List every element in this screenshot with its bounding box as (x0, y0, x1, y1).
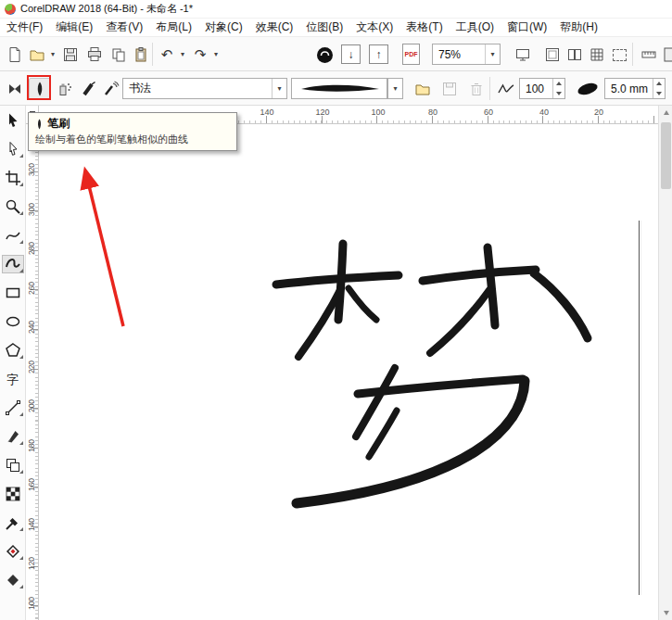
text-tool[interactable]: 字 (3, 371, 23, 387)
page-sorter-view-button[interactable] (564, 44, 586, 66)
calligraphic-mode-button[interactable] (78, 78, 100, 100)
tooltip-title: 笔刷 (47, 116, 70, 132)
save-button[interactable] (59, 44, 82, 66)
ruler-label: 140 (260, 108, 273, 117)
ellipse-tool[interactable] (3, 313, 23, 330)
shape-tool[interactable] (3, 141, 23, 158)
open-dropdown-caret[interactable]: ▾ (46, 44, 59, 66)
menu-object[interactable]: 对象(C) (198, 18, 249, 37)
ruler-label: 20 (594, 108, 603, 117)
eyedropper-tool[interactable] (3, 514, 23, 531)
redo-button[interactable]: ↷ (189, 44, 211, 66)
brush-stroke-preview-icon (296, 81, 385, 97)
outline-pen-tool[interactable] (3, 543, 23, 560)
pressure-mode-button[interactable] (100, 78, 122, 100)
ruler-label: 220 (27, 359, 36, 375)
smoothing-stepper[interactable] (552, 79, 564, 98)
export-button[interactable]: ↑ (369, 44, 388, 64)
trash-icon (468, 81, 485, 97)
show-page-border-button[interactable] (541, 44, 564, 66)
smoothing-value: 100 (520, 82, 552, 95)
menu-edit[interactable]: 编辑(E) (49, 18, 99, 37)
undo-dropdown-caret[interactable]: ▾ (176, 44, 189, 66)
import-button[interactable]: ↓ (341, 44, 361, 64)
save-stroke-floppy-icon (441, 81, 458, 97)
stroke-width-input[interactable]: 5.0 mm (604, 78, 666, 99)
pick-tool[interactable] (3, 112, 23, 129)
paste-button[interactable] (130, 44, 152, 66)
brush-category-value: 书法 (123, 81, 272, 96)
vertical-scrollbar[interactable] (658, 106, 672, 620)
graph-paper-tool[interactable] (3, 457, 23, 474)
brush-mode-button[interactable] (29, 78, 51, 100)
parallel-dimension-tool[interactable] (3, 399, 23, 416)
menu-text[interactable]: 文本(X) (349, 18, 399, 37)
clipped-toolbar-button[interactable] (660, 44, 672, 66)
tooltip: 笔刷 绘制与着色的笔刷笔触相似的曲线 (28, 112, 237, 151)
import-arrow-icon: ↓ (349, 48, 354, 61)
polygon-tool[interactable] (3, 342, 23, 359)
new-document-button[interactable] (4, 44, 26, 66)
open-button[interactable] (26, 44, 48, 66)
freehand-tool[interactable] (3, 227, 23, 244)
brush-stroke-caret-button[interactable]: ▾ (387, 78, 403, 99)
smoothing-input[interactable]: 100 (519, 78, 565, 99)
scrollbar-thumb[interactable] (661, 122, 671, 189)
zoom-level-value: 75% (433, 48, 485, 61)
print-button[interactable] (83, 44, 106, 66)
menu-layout[interactable]: 布局(L) (149, 18, 198, 37)
ruler-label: 320 (27, 161, 36, 178)
rectangle-tool[interactable] (3, 285, 23, 301)
menu-file[interactable]: 文件(F) (0, 18, 49, 37)
zoom-caret[interactable]: ▾ (485, 44, 500, 64)
transparency-tool[interactable] (3, 486, 23, 502)
zoom-level-select[interactable]: 75% ▾ (432, 44, 501, 65)
crop-tool[interactable] (3, 170, 23, 186)
interactive-fill-tool[interactable] (3, 572, 23, 588)
redo-dropdown-caret[interactable]: ▾ (209, 44, 222, 66)
magnifier-icon (5, 198, 21, 215)
undo-button[interactable]: ↶ (156, 44, 178, 66)
brush-category-select[interactable]: 书法 ▾ (122, 78, 287, 99)
publish-to-pdf-button[interactable]: PDF (402, 44, 420, 65)
stacked-rects-icon (5, 457, 21, 474)
show-rulers-button[interactable] (638, 44, 660, 66)
separator (489, 77, 490, 100)
menu-bar: 文件(F) 编辑(E) 查看(V) 布局(L) 对象(C) 效果(C) 位图(B… (0, 19, 672, 37)
pen-tool[interactable] (3, 428, 23, 445)
menu-window[interactable]: 窗口(W) (501, 18, 553, 37)
full-screen-preview-button[interactable] (512, 44, 534, 66)
vertical-ruler[interactable]: 320 300 280 260 240 220 200 180 160 140 … (26, 124, 39, 620)
browse-strokes-button[interactable] (412, 78, 434, 100)
zoom-tool[interactable] (3, 198, 23, 215)
delete-stroke-button[interactable] (465, 78, 488, 100)
save-stroke-button[interactable] (438, 78, 461, 100)
pdf-icon: PDF (405, 51, 418, 57)
menu-help[interactable]: 帮助(H) (553, 18, 604, 37)
menu-tools[interactable]: 工具(O) (450, 18, 501, 37)
property-bar: 书法 ▾ ▾ 100 5.0 mm (0, 71, 672, 106)
menu-table[interactable]: 表格(T) (399, 18, 449, 37)
brush-artwork-meng[interactable] (260, 227, 612, 524)
scroll-up-button[interactable] (659, 106, 672, 120)
stroke-width-stepper[interactable] (653, 79, 665, 98)
separator (632, 43, 633, 66)
scroll-down-button[interactable] (659, 606, 672, 620)
brush-stroke-select[interactable] (291, 78, 387, 99)
brush-category-caret[interactable]: ▾ (272, 79, 286, 98)
menu-view[interactable]: 查看(V) (99, 18, 149, 37)
menu-effects[interactable]: 效果(C) (249, 18, 300, 37)
preset-bowtie-icon (6, 81, 23, 97)
search-content-button[interactable] (313, 44, 336, 66)
view-grid-button[interactable] (586, 44, 608, 66)
printer-icon (86, 46, 103, 63)
drawing-canvas[interactable] (39, 124, 658, 620)
copy-button[interactable] (108, 44, 130, 66)
nib-shape-preview[interactable] (573, 78, 602, 100)
artistic-media-tool[interactable] (3, 256, 23, 272)
menu-bitmaps[interactable]: 位图(B) (299, 18, 349, 37)
snap-area-button[interactable] (608, 44, 630, 66)
preset-mode-button[interactable] (4, 78, 26, 100)
calligraphic-nib-icon (81, 81, 97, 97)
sprayer-mode-button[interactable] (54, 78, 76, 100)
